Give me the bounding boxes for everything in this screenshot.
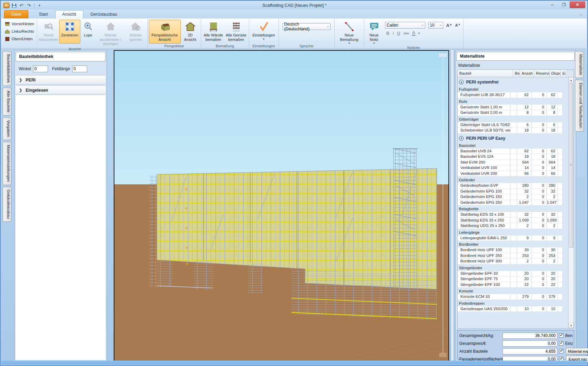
close-button[interactable]: ✕ [570,1,585,8]
save-button[interactable] [11,2,17,9]
material-item-row[interactable]: Bordbrett Holz UPF 2502530253 [458,253,568,259]
side-tab-gebäudeausbau[interactable]: Gebäudeausbau [3,187,12,222]
material-group-row[interactable]: Podesttreppen [458,301,568,306]
material-item-row[interactable]: Stahlbelag EDS 33 x 2501.09901.099 [458,218,568,224]
collapse-ribbon-button[interactable]: ⌃ [577,13,585,18]
oben-unten-button[interactable]: Oben/Unten [4,35,35,42]
material-item-row[interactable]: Leitergangtafel EAW-L 250909 [458,235,568,241]
material-item-row[interactable]: Stiel EVM 2005640564 [458,160,568,166]
wand-fokussieren-button[interactable]: Wand fokussieren [38,20,59,44]
material-group-row[interactable]: Konsole [458,289,568,294]
material-item-row[interactable]: Vertikalstiel UVR 20066066 [458,171,568,177]
bold-button[interactable]: B [386,31,390,36]
material-item-row[interactable]: Geländerpfosten EVP2800280 [458,183,568,189]
material-item-row[interactable]: Geländerholm EPG 150202 [458,194,568,200]
material-group-row[interactable]: Leitergänge [458,230,568,235]
benutzerdefinierte-checkbox[interactable] [559,333,563,338]
tab-start[interactable]: Start [32,10,55,18]
material-item-row[interactable]: Bordbrett Holz UPF 300202 [458,259,568,264]
perspektivische-ansicht-button[interactable]: Perspektivische Ansicht [149,20,181,44]
minimize-button[interactable]: – [546,1,558,8]
gesamtpreis-input[interactable] [503,340,557,347]
chevron-up-circle-icon[interactable]: ∧ [459,80,464,85]
material-item-row[interactable]: Fußspindel UJB 38-36/1762062 [458,92,568,98]
font-color-button[interactable]: A [412,30,415,36]
font-size-select[interactable]: 10 ˅ [428,22,443,29]
tab-datei[interactable]: Datei [4,10,28,18]
side-tab-ebenen-und-teilaufbauten[interactable]: Ebenen und Teilaufbauten [575,80,584,131]
column-header[interactable]: Be [513,70,520,77]
language-select[interactable]: Deutsch (Deutschland) ˅ [283,23,331,30]
expander-eingelesen[interactable]: ❯ Eingelesen [16,86,106,95]
column-header[interactable]: Dispo [550,70,561,77]
neue-bemassung-button[interactable]: Neue Bemaßung ▾ [336,20,363,45]
shrink-font-button[interactable]: A▼ [455,23,461,27]
material-item-row[interactable]: Gerüstrohr Stahl 2,00 m808 [458,110,568,116]
material-group-row[interactable]: Basisstiel [458,143,568,149]
einzelpreise-checkbox[interactable] [559,349,563,353]
strikethrough-button[interactable]: abe [403,31,409,35]
material-group-row[interactable]: Fußspindel [458,87,568,92]
material-item-row[interactable]: Bordbrett Holz UPF 10030030 [458,247,568,253]
material-section-row[interactable]: ∧PERI PERI UP Easy [458,135,568,142]
expander-peri[interactable]: ❯ PERI [16,75,106,85]
viewport-slider-thumb-bottom[interactable] [439,353,447,357]
alle-waende-bemassen-button[interactable]: Alle Wände bemaßen [202,20,225,44]
material-group-row[interactable]: Stirngeländer [458,265,568,271]
material-item-row[interactable]: Stirngeländer EPF 7520020 [458,276,568,282]
material-group-row[interactable]: Gitterträger [458,117,568,122]
side-tab-materialeinstellungen[interactable]: Materialeinstellungen [3,142,12,185]
qat-customize-button[interactable]: ▾ [36,2,43,9]
chevron-up-circle-icon[interactable]: ∧ [459,136,464,141]
gesamtgewicht-input[interactable] [503,333,557,339]
material-item-row[interactable]: Konsole ECM 332790279 [458,294,568,300]
undo-button[interactable]: ↶ [18,2,25,9]
waende-sperren-button[interactable]: Wände sperren [125,20,146,44]
font-name-select[interactable]: Calibri ˅ [385,22,425,29]
feldlaenge-input[interactable] [72,65,87,72]
zentrieren-button[interactable]: Zentrieren [59,20,80,44]
scrollbar-thumb[interactable] [569,83,573,248]
scroll-up-icon[interactable]: ▲ [569,77,574,83]
side-tab-vorgaben[interactable]: Vorgaben [3,117,12,140]
waende-ausblenden-button[interactable]: Wände ausblenden / anzeigen [96,20,125,47]
scroll-down-icon[interactable]: ▼ [569,323,574,328]
column-header[interactable]: Anzah [520,70,534,77]
neue-notiz-button[interactable]: Neue Notiz ▾ [365,20,383,45]
material-item-row[interactable]: Stirngeländer EPF 10022022 [458,282,568,288]
side-tab-materialliste[interactable]: Materialliste [575,51,584,78]
underline-button[interactable]: U [397,31,400,36]
material-item-row[interactable]: Geländerholm EPG 10032032 [458,189,568,195]
side-tab-bauteilbibliothek[interactable]: Bauteilbibliothek [3,51,12,86]
panel-splitter[interactable] [450,50,455,361]
lupe-button[interactable]: Lupe [80,20,96,44]
material-group-row[interactable]: Rohr [458,99,568,105]
column-header[interactable]: Bauteil [458,70,513,77]
column-header[interactable]: Reserve [534,70,550,77]
column-header[interactable]: Ei [561,70,566,77]
links-rechts-button[interactable]: Links/Rechts [4,28,35,35]
app-icon[interactable]: 3D [3,3,10,8]
einzelgewichte-checkbox[interactable] [559,341,563,346]
2d-ansicht-button[interactable]: 2D Ansicht [181,20,200,44]
redo-button[interactable]: ↷ [26,2,32,9]
material-item-row[interactable]: Stahlbelag EDS 33 x 10032032 [458,212,568,218]
material-item-row[interactable]: Gerüsttreppe UAS 250/20010010 [458,306,568,312]
anzahl-bauteile-input[interactable] [503,348,557,354]
material-item-row[interactable]: Stahlbelag UDG 25 x 250202 [458,223,568,229]
alle-gerueste-bemassen-button[interactable]: Alle Gerüste bemaßen [225,20,248,44]
material-group-row[interactable]: Belagbohle [458,207,568,212]
material-group-row[interactable]: Bordbretter [458,242,568,247]
material-item-row[interactable]: Stirngeländer EPF 3320020 [458,271,568,277]
material-item-row[interactable]: Basisstiel EVS 12418018 [458,154,568,160]
material-section-row[interactable]: ∧PERI systemfrei [458,78,568,86]
italic-button[interactable]: I [393,30,394,36]
side-tab-alle-bauteile[interactable]: Alle Bauteile [3,88,12,116]
material-group-row[interactable]: Geländer [458,178,568,183]
material-table-scrollbar[interactable]: ▲ ▼ [568,77,574,328]
material-item-row[interactable]: Basisstiel UVB 2462062 [458,149,568,154]
viewport-slider-thumb-top[interactable] [438,53,447,58]
viewport-3d-scene[interactable] [114,50,449,361]
material-item-row[interactable]: Schiebereiter ULB 50/70, verz.18018 [458,128,568,134]
material-item-row[interactable]: Vertikalstiel UVR 10014014 [458,165,568,171]
